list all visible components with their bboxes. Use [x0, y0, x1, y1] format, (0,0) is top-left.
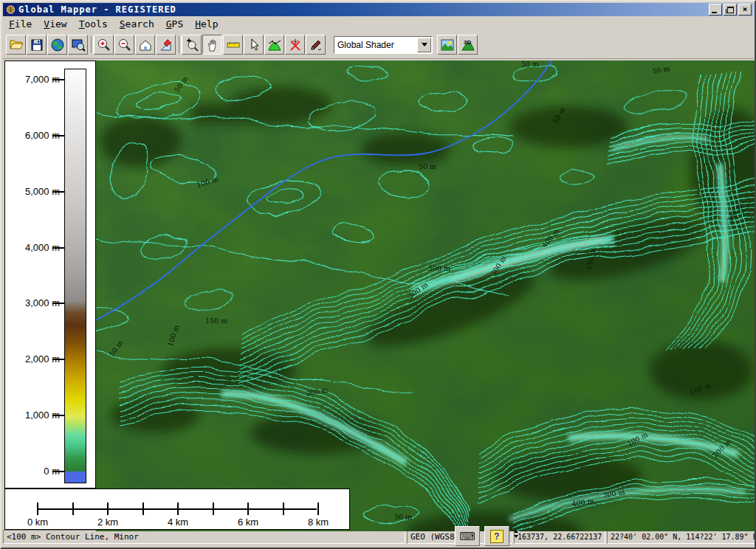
gps-tool-button[interactable] [285, 35, 305, 55]
legend-tick-label: 3,000 m [8, 297, 60, 308]
scale-label: 6 km [230, 517, 266, 528]
ruler-icon [226, 38, 241, 52]
open-button[interactable] [6, 35, 26, 55]
map-view[interactable]: 50 m100 m50 m50 m50 m50 m150 m100 m50 m3… [96, 61, 756, 531]
monitor-magnifier-icon [71, 38, 86, 52]
full-view-button[interactable] [135, 35, 155, 55]
title-bar: Global Mapper - REGISTERED × [3, 3, 753, 16]
shader-select[interactable]: Global Shader [334, 36, 433, 54]
profile-tool-button[interactable] [264, 35, 284, 55]
ime-toolbar: ⌨ ? [455, 526, 518, 546]
shader-select-dropdown-button[interactable] [417, 38, 431, 52]
elevation-gradient-bar [64, 69, 86, 483]
minimize-button[interactable] [709, 4, 722, 15]
menu-bar: FileViewToolsSearchGPSHelp [3, 16, 753, 31]
close-button[interactable]: × [738, 4, 752, 15]
status-position: 163737, 22.66722137 ) [514, 530, 605, 544]
svg-text:50 m: 50 m [394, 513, 412, 521]
legend-tick-label: 1,000 m [8, 410, 60, 421]
scale-tick [247, 503, 249, 515]
minimize-icon [712, 12, 717, 13]
global-mapper-window: Global Mapper - REGISTERED × FileViewToo… [0, 0, 756, 549]
spin-up-icon [514, 528, 518, 533]
scale-bar: 0 km2 km4 km6 km8 km [4, 488, 350, 530]
cursor-arrow-icon [247, 38, 261, 52]
measure-tool-button[interactable] [223, 35, 243, 55]
shader-select-value: Global Shader [334, 40, 416, 50]
hand-icon [205, 38, 220, 52]
ime-spinner[interactable] [514, 528, 518, 540]
restore-button[interactable] [724, 4, 737, 15]
toolbar-separator [176, 35, 182, 55]
globe-icon [50, 38, 65, 52]
zoom-out-button[interactable] [114, 35, 134, 55]
scale-label: 8 km [300, 517, 336, 528]
scale-label: 2 km [90, 517, 126, 528]
status-latlon: 22?40' 02.00" N, 114?22' 17.89" E [607, 530, 756, 544]
scale-tick [142, 503, 144, 515]
pan-tool-button[interactable] [202, 35, 222, 55]
path-profile-setup-button[interactable] [156, 35, 176, 55]
view-3d-button[interactable]: 3D [458, 35, 478, 55]
svg-text:50 m: 50 m [419, 162, 436, 170]
legend-tick-label: 7,000 m [8, 74, 60, 85]
menu-file[interactable]: File [3, 18, 38, 30]
landscape-picture-icon [440, 38, 455, 52]
menu-view[interactable]: View [38, 18, 72, 30]
legend-tick-label: 5,000 m [8, 186, 60, 197]
svg-text:150 m: 150 m [205, 317, 227, 325]
load-web-button[interactable] [47, 35, 67, 55]
keyboard-button[interactable]: ⌨ [455, 526, 480, 546]
scale-label: 0 km [20, 517, 55, 528]
toolbar-separator [89, 35, 94, 55]
scale-tick [72, 503, 74, 515]
menu-tools[interactable]: Tools [73, 18, 114, 30]
app-icon [5, 4, 16, 15]
triangle-ruler-pencil-icon [159, 38, 173, 52]
gps-antenna-x-icon [288, 38, 303, 52]
scale-tick [107, 503, 109, 515]
svg-text:50 m: 50 m [521, 61, 539, 68]
scale-label: 4 km [160, 517, 196, 528]
view-3d-icon: 3D [461, 38, 475, 52]
overlay-control-button[interactable] [68, 35, 88, 55]
menu-search[interactable]: Search [114, 18, 160, 30]
window-title: Global Mapper - REGISTERED [18, 4, 707, 15]
floppy-icon [30, 38, 44, 52]
scale-tick [317, 503, 319, 515]
pencil-icon [309, 38, 323, 52]
legend-tick-label: 4,000 m [8, 242, 60, 253]
zoom-in-icon [97, 38, 111, 52]
spin-down-icon [514, 535, 518, 540]
home-icon [138, 38, 153, 52]
legend-tick-label: 2,000 m [8, 353, 60, 365]
legend-tick-label: 6,000 m [8, 130, 60, 141]
restore-icon [727, 7, 734, 13]
open-folder-icon [9, 38, 24, 52]
chevron-down-icon [422, 43, 427, 49]
elevation-legend: 7,000 m6,000 m5,000 m4,000 m3,000 m2,000… [4, 61, 96, 488]
scale-tick [37, 503, 38, 515]
svg-text:500 m: 500 m [428, 264, 450, 272]
legend-tick-label: 0 m [8, 466, 60, 477]
zoom-in-button[interactable] [94, 35, 114, 55]
menu-help[interactable]: Help [189, 18, 224, 30]
svg-text:3D: 3D [464, 39, 471, 46]
zoom-tool-button[interactable] [182, 35, 202, 55]
zoom-tool-icon [185, 38, 199, 52]
status-tool-hint: <100 m> Contour Line, Minor [3, 530, 405, 544]
menu-gps[interactable]: GPS [160, 18, 189, 30]
scale-tick [177, 503, 179, 515]
scale-tick [283, 503, 284, 515]
save-button[interactable] [27, 35, 47, 55]
help-icon: ? [490, 530, 504, 543]
terrain-path-icon [267, 38, 282, 52]
ime-help-button[interactable]: ? [484, 526, 509, 546]
texture-map-button[interactable] [437, 35, 457, 55]
scale-tick [213, 503, 214, 515]
tool-bar: Global Shader 3D [3, 31, 753, 59]
feature-info-tool-button[interactable] [244, 35, 264, 55]
zoom-out-icon [117, 38, 132, 52]
digitizer-tool-button[interactable] [306, 35, 326, 55]
